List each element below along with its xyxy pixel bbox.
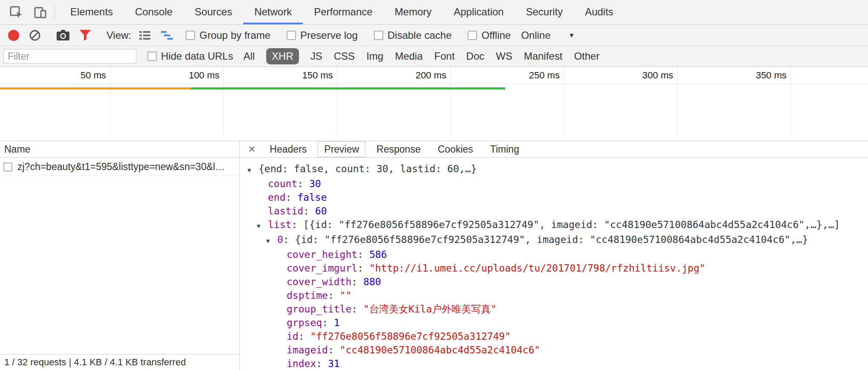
preview-tree-row[interactable]: cover_height: 586: [240, 248, 868, 261]
tab-performance[interactable]: Performance: [303, 0, 383, 24]
checkbox-hide-data-urls[interactable]: Hide data URLs: [147, 50, 233, 62]
device-toolbar-icon: [33, 6, 47, 19]
timeline-gridline: [110, 67, 110, 136]
json-key: end: [268, 192, 286, 203]
preview-tree-row[interactable]: index: 31: [240, 357, 868, 370]
tab-network[interactable]: Network: [243, 0, 303, 24]
inspect-cursor-icon: [9, 6, 23, 19]
detail-tab-cookies[interactable]: Cookies: [432, 142, 479, 157]
filter-type-img[interactable]: Img: [366, 50, 383, 62]
waterfall-overview[interactable]: 50 ms100 ms150 ms200 ms250 ms300 ms350 m…: [0, 67, 868, 141]
json-key: group_title: [287, 304, 351, 315]
checkbox-icon: [287, 31, 296, 40]
detail-tab-response[interactable]: Response: [371, 142, 427, 157]
json-value: 60: [315, 205, 327, 217]
request-row[interactable]: zj?ch=beauty&t1=595&listtype=new&sn=30&l…: [0, 158, 239, 176]
tab-console[interactable]: Console: [124, 0, 184, 24]
request-list: zj?ch=beauty&t1=595&listtype=new&sn=30&l…: [0, 158, 239, 176]
filter-type-xhr[interactable]: XHR: [266, 48, 299, 64]
filter-type-other[interactable]: Other: [574, 50, 600, 62]
timeline-tick-label: 50 ms: [80, 70, 110, 81]
detail-tab-preview[interactable]: Preview: [318, 142, 365, 157]
throttling-select[interactable]: Online ▼: [521, 29, 575, 41]
preview-tree-row[interactable]: dsptime: "": [240, 289, 868, 302]
checkbox-group-by-frame[interactable]: Group by frame: [186, 29, 270, 41]
filter-type-ws[interactable]: WS: [496, 50, 512, 62]
expander-icon[interactable]: ▼: [257, 219, 268, 233]
filter-type-list: AllXHRJSCSSImgMediaFontDocWSManifestOthe…: [243, 48, 599, 64]
checkbox-preserve-log[interactable]: Preserve log: [287, 29, 358, 41]
json-preview: :: [322, 317, 334, 328]
expander-icon[interactable]: ▼: [247, 163, 259, 177]
timeline-tick-label: 300 ms: [642, 70, 677, 81]
expander-icon[interactable]: ▼: [266, 234, 277, 248]
close-icon[interactable]: ×: [244, 143, 259, 155]
filter-bar: Hide data URLs AllXHRJSCSSImgMediaFontDo…: [0, 46, 868, 67]
clear-button[interactable]: [24, 29, 46, 42]
filter-type-media[interactable]: Media: [395, 50, 423, 62]
json-value: "台湾美女Kila户外唯美写真": [363, 304, 497, 315]
checkbox-disable-cache[interactable]: Disable cache: [374, 29, 452, 41]
preview-tree-row[interactable]: id: "ff276e8056f58896e7cf92505a312749": [240, 330, 868, 343]
name-column-header[interactable]: Name: [0, 141, 239, 158]
preview-tree-row[interactable]: group_title: "台湾美女Kila户外唯美写真": [240, 302, 868, 316]
tab-sources[interactable]: Sources: [184, 0, 243, 24]
checkbox-icon: [186, 31, 195, 40]
timeline-tick-label: 250 ms: [529, 70, 563, 81]
preview-tree-row[interactable]: count: 30: [240, 177, 868, 191]
json-preview: :: [357, 249, 369, 260]
panel-tabs: ElementsConsoleSourcesNetworkPerformance…: [59, 0, 624, 24]
show-overview-button[interactable]: [156, 30, 178, 41]
timeline-tick-label: 200 ms: [416, 70, 450, 81]
checkbox-icon: [374, 31, 383, 40]
checkbox-icon: [468, 31, 477, 40]
preview-tree-row[interactable]: end: false: [240, 191, 868, 204]
preview-tree-row[interactable]: lastid: 60: [240, 204, 868, 218]
json-value: false: [297, 192, 327, 203]
filter-type-js[interactable]: JS: [310, 50, 322, 62]
json-preview: [{id: "ff276e8056f58896e7cf92505a312749"…: [303, 219, 840, 230]
tab-audits[interactable]: Audits: [574, 0, 624, 24]
device-toolbar-button[interactable]: [28, 0, 52, 24]
detail-tab-timing[interactable]: Timing: [484, 142, 525, 157]
screenshot-button[interactable]: [52, 29, 75, 41]
filter-funnel-icon: [79, 29, 91, 41]
filter-type-all[interactable]: All: [243, 50, 255, 62]
json-key: 0: [277, 234, 283, 245]
json-key: count: [268, 178, 297, 189]
large-request-rows-button[interactable]: [134, 30, 156, 41]
checkbox-label: Preserve log: [300, 29, 358, 41]
preview-tree-row[interactable]: cover_width: 880: [240, 275, 868, 289]
inspect-element-button[interactable]: [4, 0, 28, 24]
checkbox-offline[interactable]: Offline: [468, 29, 511, 41]
record-button[interactable]: [3, 30, 24, 41]
json-value: 31: [328, 358, 340, 369]
checkbox-label: Disable cache: [388, 29, 452, 41]
preview-tree-row[interactable]: imageid: "cc48190e57100864abc4d55a2c4104…: [240, 343, 868, 357]
preview-tree-row[interactable]: ▼{end: false, count: 30, lastid: 60,…}: [240, 162, 868, 177]
preview-tree-row[interactable]: ▼list: [{id: "ff276e8056f58896e7cf92505a…: [240, 218, 868, 233]
dropdown-arrow-icon: ▼: [569, 32, 575, 39]
filter-type-font[interactable]: Font: [434, 50, 455, 62]
main-tabbar: ElementsConsoleSourcesNetworkPerformance…: [0, 0, 868, 25]
list-rows-icon: [138, 30, 151, 41]
filter-button[interactable]: [75, 29, 96, 41]
filter-type-manifest[interactable]: Manifest: [524, 50, 563, 62]
json-key: list: [268, 219, 291, 230]
json-key: cover_imgurl: [287, 263, 357, 274]
preview-tree-row[interactable]: ▼0: {id: "ff276e8056f58896e7cf92505a3127…: [240, 233, 868, 248]
tab-application[interactable]: Application: [443, 0, 514, 24]
detail-tab-headers[interactable]: Headers: [264, 142, 313, 157]
request-checkbox[interactable]: [3, 162, 12, 171]
preview-tree-row[interactable]: grpseq: 1: [240, 316, 868, 330]
tab-memory[interactable]: Memory: [384, 0, 443, 24]
filter-type-doc[interactable]: Doc: [466, 50, 485, 62]
preview-tree-row[interactable]: cover_imgurl: "http://i1.umei.cc/uploads…: [240, 261, 868, 275]
timeline-gridline: [223, 67, 224, 136]
filter-type-css[interactable]: CSS: [334, 50, 355, 62]
tab-elements[interactable]: Elements: [59, 0, 124, 24]
record-icon: [8, 30, 19, 41]
json-preview: :: [316, 358, 328, 369]
tab-security[interactable]: Security: [515, 0, 574, 24]
filter-input[interactable]: [3, 49, 136, 64]
